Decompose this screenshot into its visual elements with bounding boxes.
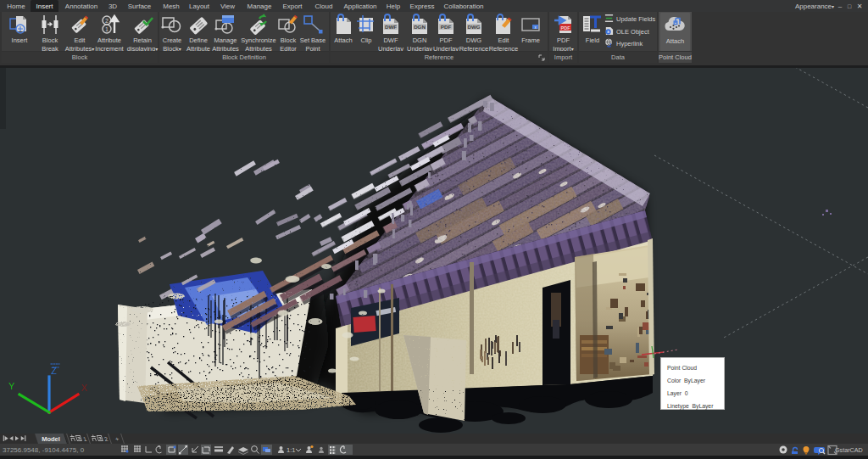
svg-text:X: X xyxy=(81,383,88,393)
svg-text:DWG: DWG xyxy=(467,24,480,30)
svg-text:DWF: DWF xyxy=(385,24,397,30)
svg-text:PDF: PDF xyxy=(441,24,452,30)
svg-text:2: 2 xyxy=(105,18,108,24)
svg-text:1:1: 1:1 xyxy=(287,446,295,454)
svg-text:GstarCAD: GstarCAD xyxy=(835,446,863,454)
svg-text:1: 1 xyxy=(105,26,108,32)
svg-text:DGN: DGN xyxy=(414,24,426,30)
svg-text:PDF: PDF xyxy=(560,25,570,31)
svg-text:Y: Y xyxy=(8,381,15,391)
